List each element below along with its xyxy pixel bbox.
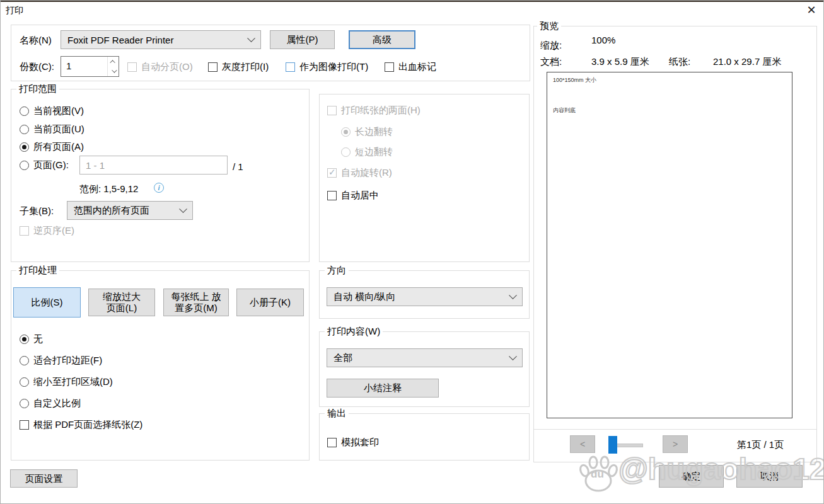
output-title: 输出	[325, 408, 349, 420]
scale-none-label: 无	[33, 333, 43, 345]
all-pages-radio[interactable]: 所有页面(A)	[20, 141, 84, 153]
preview-title: 预览	[537, 20, 561, 32]
custom-scale-radio[interactable]: 自定义比例	[20, 398, 81, 410]
shrink-oversized-button[interactable]: 缩放过大 页面(L)	[88, 289, 155, 316]
print-what-value: 全部	[334, 352, 352, 364]
reduce-to-area-radio[interactable]: 缩小至打印区域(D)	[20, 376, 113, 388]
radio-selected-icon	[20, 335, 29, 344]
stepper-down-button[interactable]	[108, 67, 119, 77]
checkbox-icon	[20, 226, 29, 236]
duplex-label: 打印纸张的两面(H)	[341, 105, 421, 117]
preview-paper-label: 纸张:	[669, 56, 690, 68]
checkbox-icon	[327, 191, 337, 200]
printer-name-dropdown[interactable]: Foxit PDF Reader Printer	[61, 30, 261, 49]
chevron-up-icon	[110, 60, 115, 65]
orientation-dropdown[interactable]: 自动 横向/纵向	[327, 287, 523, 306]
print-what-dropdown[interactable]: 全部	[327, 348, 523, 367]
fit-margins-label: 适合打印边距(F)	[33, 355, 102, 367]
stepper-up-button[interactable]	[108, 57, 119, 67]
chevron-down-icon	[509, 291, 517, 299]
print-as-image-checkbox[interactable]: 作为图像打印(T)	[286, 61, 368, 73]
printer-name-label: 名称(N)	[20, 35, 52, 47]
info-icon[interactable]	[154, 183, 164, 193]
current-page-radio[interactable]: 当前页面(U)	[20, 123, 84, 135]
preview-page-text-top: 100*150mm 大小	[553, 76, 596, 84]
ok-button[interactable]: 确定	[659, 465, 724, 488]
printer-name-value: Foxit PDF Reader Printer	[67, 35, 173, 45]
preview-zoom-label: 缩放:	[540, 40, 562, 52]
custom-scale-label: 自定义比例	[33, 398, 81, 410]
summarize-comments-button[interactable]: 小结注释	[327, 379, 439, 398]
subset-value: 范围内的所有页面	[74, 205, 149, 217]
chevron-down-icon	[179, 205, 187, 213]
auto-center-label: 自动居中	[341, 190, 379, 202]
paper-by-pdf-checkbox[interactable]: 根据 PDF页面选择纸张(Z)	[20, 419, 142, 431]
simulate-overprint-checkbox[interactable]: 模拟套印	[327, 437, 379, 449]
orientation-value: 自动 横向/纵向	[334, 291, 395, 303]
copies-value: 1	[61, 57, 107, 76]
properties-button[interactable]: 属性(P)	[270, 30, 335, 49]
radio-icon	[20, 356, 29, 365]
pages-input[interactable]: 1 - 1	[79, 156, 228, 175]
checkbox-icon	[327, 106, 337, 115]
paper-by-pdf-label: 根据 PDF页面选择纸张(Z)	[33, 419, 142, 431]
prev-page-button[interactable]: <	[570, 435, 595, 453]
preview-zoom-value: 100%	[591, 35, 615, 45]
preview-document-value: 3.9 x 5.9 厘米	[591, 56, 649, 68]
pages-radio[interactable]: 页面(G):	[20, 159, 69, 171]
subset-label: 子集(B):	[20, 205, 54, 217]
flip-short-edge-label: 短边翻转	[355, 146, 393, 158]
auto-rotate-label: 自动旋转(R)	[341, 167, 392, 179]
radio-selected-icon	[20, 142, 29, 152]
checkbox-checked-icon	[327, 168, 337, 178]
advanced-button[interactable]: 高级	[349, 30, 415, 49]
checkbox-icon	[327, 438, 337, 447]
print-handling-title: 打印处理	[16, 265, 59, 277]
current-page-label: 当前页面(U)	[33, 123, 84, 135]
preview-paper-value: 21.0 x 29.7 厘米	[713, 56, 781, 68]
fit-margins-radio[interactable]: 适合打印边距(F)	[20, 355, 102, 367]
checkbox-icon	[208, 62, 218, 72]
radio-icon	[20, 106, 29, 116]
preview-page-indicator: 第1页 / 1页	[737, 439, 784, 451]
radio-icon	[341, 147, 351, 157]
next-page-button[interactable]: >	[663, 435, 688, 453]
page-setup-button[interactable]: 页面设置	[10, 469, 78, 488]
watermark-logo-text: du	[591, 468, 604, 481]
auto-center-checkbox[interactable]: 自动居中	[327, 190, 379, 202]
pages-total: / 1	[233, 161, 243, 172]
print-what-title: 打印内容(W)	[325, 326, 383, 338]
copies-label: 份数(C):	[20, 61, 54, 73]
chevron-down-icon	[509, 352, 517, 360]
collate-checkbox: 自动分页(O)	[127, 61, 193, 73]
scale-button[interactable]: 比例(S)	[13, 287, 81, 318]
simulate-overprint-label: 模拟套印	[341, 437, 379, 449]
reduce-to-area-label: 缩小至打印区域(D)	[33, 376, 113, 388]
bleed-marks-checkbox[interactable]: 出血标记	[385, 61, 436, 73]
cancel-button[interactable]: 取消	[736, 465, 803, 488]
scale-none-radio[interactable]: 无	[20, 333, 43, 345]
copies-stepper[interactable]: 1	[61, 56, 119, 77]
grayscale-checkbox[interactable]: 灰度打印(I)	[208, 61, 269, 73]
booklet-button[interactable]: 小册子(K)	[236, 289, 304, 316]
radio-icon	[20, 125, 29, 134]
multiple-pages-button[interactable]: 每张纸上 放置多页(M)	[163, 289, 229, 316]
flip-long-edge-label: 长边翻转	[355, 126, 393, 138]
checkbox-icon	[20, 420, 29, 430]
pages-example: 范例: 1,5-9,12	[79, 183, 138, 195]
preview-nav-divider	[534, 429, 816, 430]
reverse-pages-checkbox: 逆页序(E)	[20, 225, 74, 237]
pages-input-value: 1 - 1	[86, 160, 105, 171]
preview-zoom-slider-thumb[interactable]	[608, 436, 617, 454]
grayscale-label: 灰度打印(I)	[222, 61, 269, 73]
orientation-title: 方向	[325, 265, 349, 277]
current-view-radio[interactable]: 当前视图(V)	[20, 105, 84, 117]
bleed-marks-label: 出血标记	[398, 61, 436, 73]
preview-page: 100*150mm 大小 内容到底	[547, 72, 792, 418]
duplex-checkbox: 打印纸张的两面(H)	[327, 105, 421, 117]
close-icon[interactable]: ✕	[801, 2, 821, 18]
subset-dropdown[interactable]: 范围内的所有页面	[67, 201, 193, 220]
radio-icon	[20, 161, 29, 170]
pages-label: 页面(G):	[33, 159, 69, 171]
reverse-pages-label: 逆页序(E)	[33, 225, 74, 237]
